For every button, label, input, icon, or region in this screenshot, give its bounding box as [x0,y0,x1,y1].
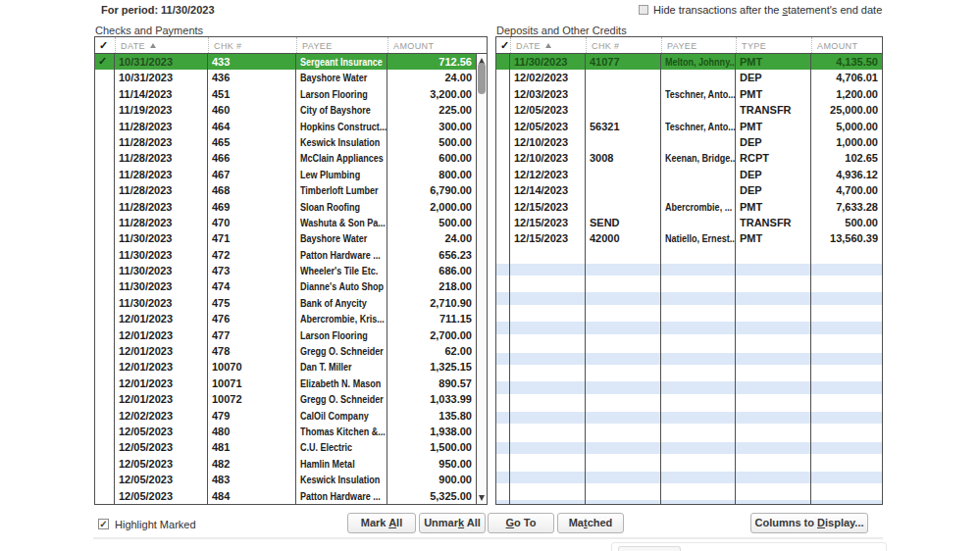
column-header-date[interactable]: DATE [510,37,586,53]
table-row[interactable]: 12/01/2023476Abercrombie, Kris...711.15 [95,311,487,326]
table-row[interactable]: 12/14/2023DEP4,700.00 [496,182,882,198]
table-row[interactable]: 11/30/2023471Bayshore Water24.00 [95,230,487,246]
columns-to-display-button[interactable]: Columns to Display... [750,513,868,533]
table-row[interactable]: 11/28/2023466McClain Appliances600.00 [95,150,487,166]
unmark-all-button[interactable]: Unmark All [419,513,486,533]
table-row[interactable]: 11/28/2023465Keswick Insulation500.00 [95,134,487,150]
cell-check [95,278,115,294]
table-row[interactable]: 12/01/202310071Elizabeth N. Mason890.57 [95,376,487,391]
table-row[interactable]: 11/28/2023469Sloan Roofing2,000.00 [95,199,487,215]
table-row[interactable]: 12/02/2023479CalOil Company135.80 [95,408,487,424]
cell-chk [586,351,661,366]
table-row[interactable]: 11/19/2023460City of Bayshore225.00 [95,102,487,118]
table-row[interactable]: 11/30/2023475Bank of Anycity2,710.90 [95,295,487,311]
go-to-button[interactable]: Go To [488,513,554,533]
empty-row[interactable] [496,291,882,306]
cell-date: 10/31/2023 [115,54,208,70]
empty-row[interactable] [496,306,882,321]
scroll-down-icon[interactable] [477,491,487,504]
table-row[interactable]: 12/01/202310072Gregg O. Schneider1,033.9… [95,391,487,407]
table-row[interactable]: 11/30/2023472Patton Hardware ...656.23 [95,247,487,263]
cell-amount [811,395,882,410]
empty-row[interactable] [496,366,882,380]
column-header-payee[interactable]: PAYEE [661,37,736,53]
cell-type [736,291,811,306]
empty-row[interactable] [496,262,882,276]
column-header-type[interactable]: TYPE [736,37,811,53]
cell-check [496,150,510,166]
checks-table-scrollbar[interactable] [476,54,487,504]
table-row[interactable]: 12/01/2023477Larson Flooring2,700.00 [95,327,487,343]
empty-row[interactable] [496,247,882,262]
mark-all-button[interactable]: Mark All [347,513,416,533]
column-header-chk[interactable]: CHK # [208,37,296,53]
cell-amount: 950.00 [387,456,476,472]
empty-row[interactable] [496,321,882,335]
table-row[interactable]: 12/10/20233008Keenan, Bridge...RCPT102.6… [496,150,882,166]
table-row[interactable]: 12/12/2023DEP4,936.12 [496,167,882,182]
table-row[interactable]: 11/28/2023464Hopkins Construct...300.00 [95,119,487,134]
empty-row[interactable] [496,276,882,291]
empty-row[interactable] [496,410,882,425]
cell-chk [586,70,661,85]
table-row[interactable]: 12/15/2023SENDTRANSFR500.00 [496,215,882,230]
table-row[interactable]: 11/30/202341077Melton, Johnny...PMT4,135… [496,54,882,70]
table-row[interactable]: 12/05/2023483Keswick Insulation900.00 [95,472,487,487]
table-row[interactable]: ✓10/31/2023433Sergeant Insurance712.56 [95,54,487,70]
table-row[interactable]: 12/02/2023DEP4,706.01 [496,70,882,85]
cell-amount: 62.00 [387,343,476,359]
cell-amount: 1,938.00 [387,424,476,439]
cell-payee [661,336,736,351]
cell-chk [586,336,661,351]
table-row[interactable]: 12/05/2023480Thomas Kitchen &...1,938.00 [95,424,487,439]
empty-row[interactable] [496,395,882,410]
table-row[interactable]: 12/15/202342000Natiello, Ernest...PMT13,… [496,230,882,246]
column-header-chk[interactable]: CHK # [586,37,661,53]
cell-check [496,455,510,470]
table-row[interactable]: 11/28/2023468Timberloft Lumber6,790.00 [95,182,487,198]
table-row[interactable]: 12/05/202356321Teschner, Anto...PMT5,000… [496,119,882,134]
empty-row[interactable] [496,499,882,504]
deposits-table: ✓DATECHK #PAYEETYPEAMOUNT11/30/202341077… [495,36,883,505]
table-row[interactable]: 10/31/2023436Bayshore Water24.00 [95,70,487,85]
column-header-date[interactable]: DATE [115,37,208,53]
column-header-amount[interactable]: AMOUNT [811,37,882,53]
hide-transactions-checkbox[interactable] [639,5,648,15]
cell-check [496,306,510,321]
empty-row[interactable] [496,470,882,484]
table-row[interactable]: 12/05/2023481C.U. Electric1,500.00 [95,439,487,455]
empty-row[interactable] [496,484,882,499]
table-row[interactable]: 12/05/2023484Patton Hardware ...5,325.00 [95,488,487,504]
table-row[interactable]: 12/05/2023TRANSFR25,000.00 [496,102,882,118]
scrollbar-thumb[interactable] [478,63,486,94]
table-row[interactable]: 11/28/2023470Washuta & Son Pa...500.00 [95,215,487,230]
cell-type: PMT [736,230,811,246]
checks-table: ✓DATECHK #PAYEEAMOUNT✓10/31/2023433Serge… [94,36,488,505]
column-header-amount[interactable]: AMOUNT [387,37,476,53]
column-header-payee[interactable]: PAYEE [296,37,387,53]
table-row[interactable]: 12/01/202310070Dan T. Miller1,325.15 [95,359,487,375]
empty-row[interactable] [496,351,882,366]
table-row[interactable]: 11/28/2023467Lew Plumbing800.00 [95,167,487,182]
cell-date: 12/10/2023 [510,134,586,150]
cell-chk [586,455,661,470]
table-row[interactable]: 11/14/2023451Larson Flooring3,200.00 [95,86,487,102]
table-row[interactable]: 12/01/2023478Gregg O. Schneider62.00 [95,343,487,359]
cell-chk: 474 [208,278,296,294]
empty-row[interactable] [496,455,882,470]
empty-row[interactable] [496,425,882,439]
highlight-marked-checkbox[interactable]: ✓ [98,519,109,529]
footer-divider [93,537,883,539]
empty-row[interactable] [496,380,882,395]
matched-button[interactable]: Matched [557,513,624,533]
table-row[interactable]: 12/03/2023Teschner, Anto...PMT1,200.00 [496,86,882,102]
table-row[interactable]: 12/15/2023Abercrombie, ...PMT7,633.28 [496,199,882,215]
table-row[interactable]: 11/30/2023474Dianne's Auto Shop218.00 [95,278,487,294]
cell-payee: Abercrombie, ... [661,199,736,215]
empty-row[interactable] [496,440,882,455]
table-row[interactable]: 12/05/2023482Hamlin Metal950.00 [95,456,487,472]
table-row[interactable]: 11/30/2023473Wheeler's Tile Etc.686.00 [95,263,487,278]
cell-type [736,262,811,276]
empty-row[interactable] [496,336,882,351]
table-row[interactable]: 12/10/2023DEP1,000.00 [496,134,882,150]
